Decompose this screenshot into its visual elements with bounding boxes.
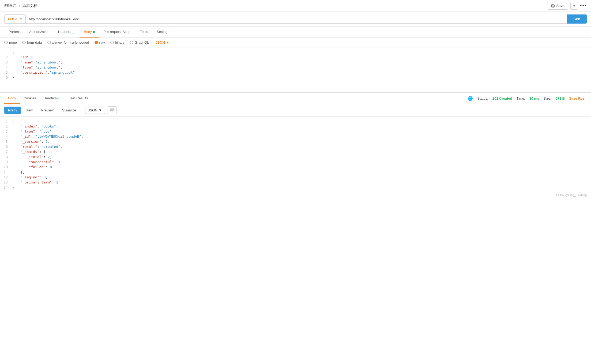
code-line: 3 "name":"springboot", — [0, 60, 591, 65]
tab-tests[interactable]: Tests — [136, 27, 152, 37]
response-tab-cookies[interactable]: Cookies — [20, 93, 40, 104]
tab-pre-request[interactable]: Pre-request Script — [99, 27, 136, 37]
radio-circle-none — [4, 41, 8, 44]
toolbar-right: Save ▼ ••• — [547, 2, 587, 10]
code-line: 4 "type":"springboot", — [0, 65, 591, 70]
tab-body[interactable]: Body — [80, 27, 99, 37]
resp-line: 5 "_version": 1, — [0, 139, 591, 144]
breadcrumb-page: 添加文档 — [22, 3, 37, 8]
chevron-down-icon: ▼ — [573, 5, 575, 7]
view-tabs: Pretty Raw Preview Visualize JSON ▼ — [0, 104, 591, 117]
radio-raw[interactable]: raw — [95, 40, 105, 44]
resp-line: 2 "_index": "books", — [0, 124, 591, 129]
code-line: 2 "id":1, — [0, 55, 591, 60]
wrap-icon — [110, 108, 114, 112]
resp-line: 7 "_shards": { — [0, 149, 591, 154]
save-button[interactable]: Save — [547, 2, 569, 10]
tab-headers[interactable]: Headers(9) — [54, 27, 80, 37]
resp-line: 9 "successful": 1, — [0, 159, 591, 164]
radio-graphql[interactable]: GraphQL — [130, 40, 149, 44]
radio-none[interactable]: none — [4, 40, 17, 44]
code-line: 6 } — [0, 75, 591, 80]
response-tabs-bar: Body Cookies Headers(6) Test Results 🌐 S… — [0, 93, 591, 104]
size-label: Size: — [544, 96, 551, 100]
method-label: POST — [8, 17, 18, 21]
radio-circle-form-data — [22, 41, 26, 44]
save-label: Save — [556, 4, 564, 8]
view-tab-pretty[interactable]: Pretty — [4, 107, 21, 114]
method-select[interactable]: POST ▼ — [4, 14, 25, 24]
footer-text: CSDN @Ding_Jiaxiong — [556, 193, 587, 197]
save-response-button[interactable]: Save Res — [569, 96, 585, 100]
top-bar: ES学习 / 添加文档 Save ▼ ••• — [0, 0, 591, 12]
json-type-selector[interactable]: JSON ▼ — [155, 40, 169, 44]
breadcrumb: ES学习 / 添加文档 — [4, 3, 37, 8]
more-button[interactable]: ••• — [580, 3, 587, 9]
resp-line: 11 }, — [0, 170, 591, 175]
resp-line: 10 "failed": 0 — [0, 164, 591, 170]
tab-authorization[interactable]: Authorization — [25, 27, 54, 37]
body-dot — [93, 31, 95, 33]
time-label: Time: — [517, 96, 525, 100]
json-format-chevron: ▼ — [99, 108, 102, 112]
json-chevron-icon: ▼ — [166, 40, 170, 44]
radio-urlencoded[interactable]: x-www-form-urlencoded — [47, 40, 89, 44]
body-options: none form-data x-www-form-urlencoded raw… — [0, 38, 591, 47]
code-line: 1 { — [0, 50, 591, 55]
resp-line: 14 } — [0, 185, 591, 190]
radio-circle-raw — [95, 41, 98, 44]
response-section: Body Cookies Headers(6) Test Results 🌐 S… — [0, 93, 591, 192]
response-tab-test-results[interactable]: Test Results — [65, 93, 92, 104]
url-bar: POST ▼ Sen — [0, 12, 591, 27]
breadcrumb-es[interactable]: ES学习 — [4, 3, 17, 8]
size-value: 673 B — [555, 96, 565, 100]
time-value: 30 ms — [529, 96, 539, 100]
view-tab-preview[interactable]: Preview — [37, 107, 57, 114]
response-tab-headers[interactable]: Headers(6) — [40, 93, 65, 104]
radio-form-data[interactable]: form-data — [22, 40, 42, 44]
response-tabs-left: Body Cookies Headers(6) Test Results — [4, 93, 92, 104]
resp-line: 4 "_id": "ltwW9YMBOXui5-cbndAB", — [0, 134, 591, 139]
radio-circle-graphql — [130, 41, 133, 44]
breadcrumb-sep: / — [19, 4, 20, 8]
request-body-editor[interactable]: 1 { 2 "id":1, 3 "name":"springboot", 4 "… — [0, 47, 591, 93]
save-dropdown-button[interactable]: ▼ — [570, 2, 578, 10]
json-format-selector[interactable]: JSON ▼ — [85, 107, 105, 114]
url-input[interactable] — [25, 15, 567, 24]
footer: CSDN @Ding_Jiaxiong — [0, 192, 591, 198]
code-line: 5 "description":"springboot" — [0, 70, 591, 75]
resp-line: 13 "_primary_term": 1 — [0, 180, 591, 185]
resp-line: 1 { — [0, 119, 591, 124]
response-status-bar: 🌐 Status: 201 Created Time: 30 ms Size: … — [468, 96, 587, 101]
response-tab-body[interactable]: Body — [4, 93, 20, 104]
request-tabs: Params Authorization Headers(9) Body Pre… — [0, 27, 591, 38]
response-body-editor: 1 { 2 "_index": "books", 3 "_type": "_do… — [0, 117, 591, 192]
wrap-button[interactable] — [107, 106, 117, 114]
view-tab-visualize[interactable]: Visualize — [58, 107, 80, 114]
resp-line: 12 "_seq_no": 0, — [0, 175, 591, 180]
resp-line: 3 "_type": "_doc", — [0, 129, 591, 134]
json-type-label: JSON — [155, 40, 165, 44]
tab-params[interactable]: Params — [4, 27, 25, 37]
globe-icon: 🌐 — [468, 96, 473, 101]
tab-settings[interactable]: Settings — [152, 27, 174, 37]
radio-circle-binary — [110, 41, 114, 44]
view-tab-raw[interactable]: Raw — [22, 107, 36, 114]
status-value: 201 Created — [492, 96, 512, 100]
method-chevron: ▼ — [20, 18, 22, 21]
radio-circle-urlencoded — [47, 41, 51, 44]
radio-binary[interactable]: binary — [110, 40, 125, 44]
resp-line: 8 "total": 2, — [0, 154, 591, 159]
save-icon — [551, 4, 555, 8]
send-button[interactable]: Sen — [567, 14, 587, 24]
resp-line: 6 "result": "created", — [0, 144, 591, 149]
status-label: Status: — [477, 96, 488, 100]
